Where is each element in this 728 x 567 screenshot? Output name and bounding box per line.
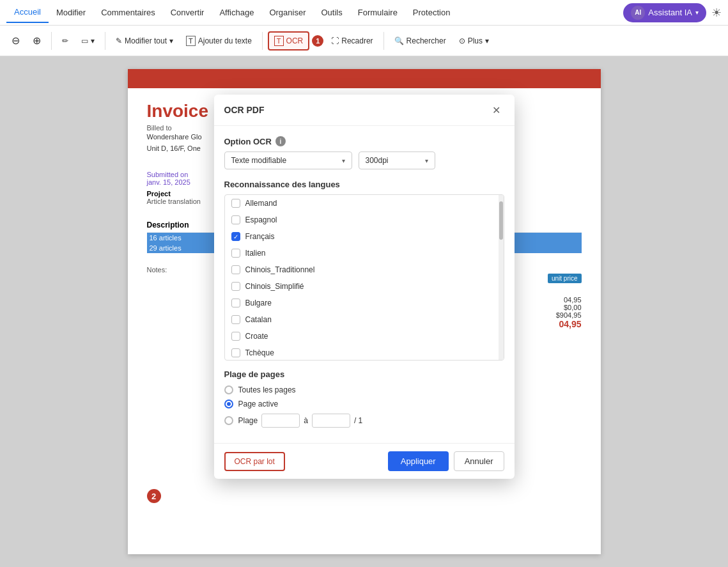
ocr-button[interactable]: T OCR (268, 31, 309, 50)
ai-button[interactable]: AI Assistant IA ▾ (623, 3, 706, 22)
lang-catalan-checkbox[interactable] (231, 315, 240, 324)
divider-3 (262, 32, 263, 50)
dialog-header: OCR PDF ✕ (214, 95, 515, 126)
menu-modifier[interactable]: Modifier (49, 3, 93, 22)
divider-1 (51, 32, 52, 50)
dialog-overlay: OCR PDF ✕ Option OCR i Texte modifiable … (0, 56, 728, 567)
active-page-radio[interactable] (224, 400, 233, 408)
ai-label: Assistant IA (648, 8, 692, 17)
lang-italien[interactable]: Italien (225, 245, 504, 261)
modifier-tout-button[interactable]: ✎ Modifier tout ▾ (111, 33, 178, 49)
menu-bar: Accueil Modifier Commentaires Convertir … (0, 0, 728, 26)
lang-allemand[interactable]: Allemand (225, 195, 504, 212)
lang-allemand-checkbox[interactable] (231, 199, 240, 208)
pen-tool-button[interactable]: ✏ (57, 33, 74, 49)
menu-accueil[interactable]: Accueil (6, 2, 49, 23)
ai-chevron-icon: ▾ (695, 9, 699, 16)
language-section-label: Reconnaissance des langues (224, 180, 504, 189)
rectangle-chevron: ▾ (91, 36, 95, 45)
page-range-label: Plage de pages (224, 369, 504, 379)
info-icon[interactable]: i (275, 136, 286, 146)
lang-chinois-simp[interactable]: Chinois_Simplifié (225, 278, 504, 295)
language-list[interactable]: Allemand Espagnol ✓ Français Italien (224, 194, 504, 361)
lang-bulgare-checkbox[interactable] (231, 299, 240, 307)
lang-francais[interactable]: ✓ Français (225, 228, 504, 245)
menu-protection[interactable]: Protection (405, 3, 458, 22)
radio-active-page[interactable]: Page active (224, 400, 504, 408)
menu-convertir[interactable]: Convertir (163, 3, 212, 22)
range-radio[interactable] (224, 416, 233, 425)
lang-catalan[interactable]: Catalan (225, 311, 504, 328)
zoom-in-icon: ⊕ (33, 35, 41, 47)
toolbar: ⊖ ⊕ ✏ ▭ ▾ ✎ Modifier tout ▾ T Ajouter du… (0, 26, 728, 56)
dialog-footer: OCR par lot Appliquer Annuler (214, 443, 515, 479)
ajouter-texte-button[interactable]: T Ajouter du texte (181, 33, 257, 49)
text-icon: T (186, 36, 196, 46)
lang-francais-checkbox[interactable]: ✓ (231, 232, 240, 241)
rectangle-button[interactable]: ▭ ▾ (76, 33, 100, 49)
lang-croate-checkbox[interactable] (231, 332, 240, 341)
ai-avatar: AI (631, 6, 645, 20)
option-ocr-label: Option OCR i (224, 136, 504, 146)
recadrer-icon: ⛶ (331, 36, 339, 45)
ocr-type-chevron-icon: ▾ (342, 157, 345, 164)
more-icon: ⊙ (459, 36, 465, 45)
lang-italien-checkbox[interactable] (231, 249, 240, 258)
ocr-type-select[interactable]: Texte modifiable ▾ (224, 151, 352, 169)
lang-chinois-trad[interactable]: Chinois_Traditionnel (225, 261, 504, 278)
zoom-out-button[interactable]: ⊖ (6, 31, 25, 50)
dpi-chevron-icon: ▾ (425, 157, 428, 164)
dialog-title: OCR PDF (224, 105, 265, 115)
ocr-icon: T (274, 36, 284, 46)
dropdowns-row: Texte modifiable ▾ 300dpi ▾ (224, 151, 504, 169)
apply-button[interactable]: Appliquer (388, 451, 449, 471)
edit-icon: ✎ (116, 36, 122, 45)
all-pages-label: Toutes les pages (238, 385, 296, 394)
pen-icon: ✏ (62, 36, 68, 45)
dialog-body: Option OCR i Texte modifiable ▾ 300dpi ▾… (214, 126, 515, 443)
menu-formulaire[interactable]: Formulaire (350, 3, 405, 22)
plus-chevron: ▾ (485, 36, 489, 45)
scrollbar-track (499, 195, 504, 360)
menu-organiser[interactable]: Organiser (261, 3, 313, 22)
radio-range[interactable]: Plage à / 1 (224, 414, 504, 428)
zoom-out-icon: ⊖ (12, 35, 20, 47)
range-from-input[interactable] (261, 414, 300, 428)
lang-espagnol[interactable]: Espagnol (225, 212, 504, 228)
range-to-input[interactable] (312, 414, 350, 428)
menu-commentaires[interactable]: Commentaires (93, 3, 163, 22)
lang-tcheque[interactable]: Tchèque (225, 345, 504, 361)
recadrer-button[interactable]: ⛶ Recadrer (326, 33, 378, 49)
menu-affichage[interactable]: Affichage (212, 3, 261, 22)
menu-outils[interactable]: Outils (314, 3, 350, 22)
zoom-in-button[interactable]: ⊕ (27, 31, 46, 50)
ocr-dialog: OCR PDF ✕ Option OCR i Texte modifiable … (214, 95, 515, 479)
rectangle-icon: ▭ (81, 36, 88, 45)
lang-tcheque-checkbox[interactable] (231, 348, 240, 357)
cancel-button[interactable]: Annuler (454, 451, 504, 471)
all-pages-radio[interactable] (224, 385, 233, 394)
lang-bulgare[interactable]: Bulgare (225, 295, 504, 311)
lang-chinois-simp-checkbox[interactable] (231, 282, 240, 291)
active-page-label: Page active (238, 400, 279, 408)
scrollbar-thumb[interactable] (499, 201, 503, 240)
lang-croate[interactable]: Croate (225, 328, 504, 345)
search-icon: 🔍 (394, 36, 404, 45)
plus-button[interactable]: ⊙ Plus ▾ (454, 33, 494, 49)
footer-right: Appliquer Annuler (388, 451, 504, 471)
dpi-select[interactable]: 300dpi ▾ (359, 151, 435, 169)
rechercher-button[interactable]: 🔍 Rechercher (389, 33, 451, 49)
range-total: / 1 (354, 416, 362, 425)
lang-espagnol-checkbox[interactable] (231, 215, 240, 224)
divider-4 (383, 32, 384, 50)
dialog-close-button[interactable]: ✕ (489, 102, 504, 118)
lang-chinois-trad-checkbox[interactable] (231, 265, 240, 274)
step1-badge: 1 (312, 35, 323, 47)
settings-icon[interactable]: ☀ (711, 6, 722, 20)
divider-2 (105, 32, 105, 50)
radio-all-pages[interactable]: Toutes les pages (224, 385, 504, 394)
main-area: Invoice Billed to Wondershare Glo Unit D… (0, 56, 728, 567)
modifier-chevron: ▾ (169, 36, 173, 45)
range-to-label: à (304, 416, 308, 425)
ocr-lot-button[interactable]: OCR par lot (224, 452, 285, 471)
